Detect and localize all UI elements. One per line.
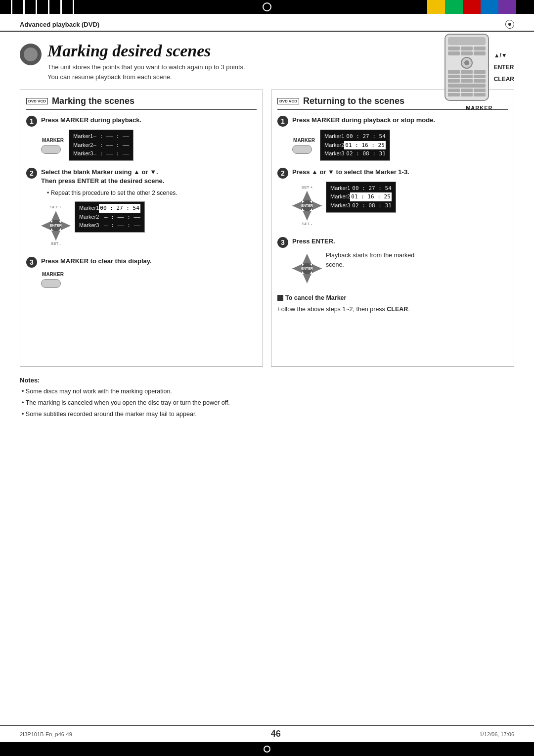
r-dpad-enter: ENTER — [292, 254, 322, 284]
footer: 2I3P101B-En_p46-49 46 1/12/06, 17:06 — [0, 725, 534, 742]
remote-illustration: ▲/▼ ENTER CLEAR MARKER — [445, 34, 514, 111]
note-item-3: • Some subtitles recorded around the mar… — [20, 410, 514, 419]
marker-display-s1: Marker1— : —— : —— Marker2— : —— : —— Ma… — [69, 130, 134, 161]
notes-section: Notes: • Some discs may not work with th… — [20, 377, 514, 419]
cancel-desc: Follow the above steps 1~2, then press C… — [277, 305, 508, 314]
cancel-title-text: To cancel the Marker — [285, 293, 346, 303]
note-item-1: • Some discs may not work with the marki… — [20, 387, 514, 396]
page-title-section: Marking desired scenes The unit stores t… — [20, 42, 514, 82]
page-icon — [20, 44, 42, 65]
returning-step3-desc: Press ENTER. — [292, 237, 508, 246]
returning-step1-desc: Press MARKER during playback or stop mod… — [292, 116, 508, 125]
step1-num: 1 — [26, 116, 37, 127]
page-subtitle: The unit stores the points that you want… — [47, 62, 245, 82]
top-bar — [0, 0, 534, 14]
returning-step3-body: Playback starts from the marked scene. — [326, 251, 415, 270]
marking-step3: 3 Press MARKER to clear this display. MA… — [26, 257, 257, 288]
step3-num: 3 — [26, 257, 37, 268]
two-col-section: DVD VCD Marking the scenes 1 Press MARKE… — [20, 90, 514, 367]
r-marker-display-s1: Marker100 : 27 : 54 Marker201 : 16 : 25 … — [320, 130, 390, 161]
main-content: Marking desired scenes The unit stores t… — [0, 32, 534, 430]
remote-body — [445, 34, 489, 101]
r-step2-num: 2 — [277, 168, 288, 179]
set-minus-label: SET - — [51, 241, 61, 247]
r-set-plus-label: SET + — [302, 185, 312, 190]
marker-label-s3: MARKER — [42, 271, 64, 278]
r-step1-num: 1 — [277, 116, 288, 127]
footer-center: 46 — [271, 729, 281, 739]
header: Advanced playback (DVD) — [0, 14, 534, 32]
r-marker-button-icon — [292, 145, 312, 154]
marker-label: MARKER — [445, 105, 514, 111]
marking-col-header: DVD VCD Marking the scenes — [26, 96, 257, 110]
marker-button-icon-s3 — [41, 279, 61, 288]
marking-col: DVD VCD Marking the scenes 1 Press MARKE… — [20, 90, 263, 367]
page-title: Marking desired scenes — [47, 42, 245, 60]
dvd-badge-left: DVD VCD — [26, 98, 48, 105]
r-marker-label-s1: MARKER — [293, 137, 315, 144]
marking-step2-bullet: • Repeat this procedure to set the other… — [47, 189, 257, 197]
marker-display-s2: Marker100 : 27 : 54 Marker2— : —— : —— M… — [75, 201, 145, 233]
marking-step2-desc: Select the blank Marker using ▲ or ▼. Th… — [41, 168, 257, 186]
set-plus-label: SET + — [50, 204, 61, 210]
bottom-bar — [0, 742, 534, 756]
marking-step1: 1 Press MARKER during playback. MARKER M… — [26, 116, 257, 161]
footer-right: 1/12/06, 17:06 — [480, 731, 514, 737]
cancel-icon — [277, 295, 283, 301]
clear-label: CLEAR — [494, 73, 514, 85]
marking-step1-desc: Press MARKER during playback. — [41, 116, 257, 125]
r-marker-display-s2: Marker100 : 27 : 54 Marker201 : 16 : 25 … — [326, 182, 396, 213]
remote-labels: ▲/▼ ENTER CLEAR — [494, 49, 514, 85]
returning-step1: 1 Press MARKER during playback or stop m… — [277, 116, 508, 161]
footer-left: 2I3P101B-En_p46-49 — [20, 731, 72, 737]
returning-step2-desc: Press ▲ or ▼ to select the Marker 1-3. — [292, 168, 508, 177]
marking-step2: 2 Select the blank Marker using ▲ or ▼. … — [26, 168, 257, 250]
cancel-section: To cancel the Marker Follow the above st… — [277, 293, 508, 314]
enter-label: ENTER — [494, 61, 514, 73]
r-set-minus-label: SET - — [302, 221, 312, 227]
r-dpad-icon: ENTER — [292, 191, 322, 221]
dvd-badge-right: DVD VCD — [277, 98, 299, 105]
marking-step3-desc: Press MARKER to clear this display. — [41, 257, 257, 266]
marking-title: Marking the scenes — [52, 96, 134, 106]
note-item-2: • The marking is canceled when you open … — [20, 398, 514, 408]
arrow-label: ▲/▼ — [494, 49, 514, 61]
r-step3-num: 3 — [277, 237, 288, 248]
returning-step3: 3 Press ENTER. ENTER — [277, 237, 508, 286]
step2-num: 2 — [26, 168, 37, 179]
returning-step2: 2 Press ▲ or ▼ to select the Marker 1-3.… — [277, 168, 508, 230]
dpad-icon: ENTER — [41, 211, 71, 240]
marker-label-s1: MARKER — [42, 137, 64, 144]
breadcrumb: Advanced playback (DVD) — [20, 21, 99, 28]
page-title-area: Marking desired scenes The unit stores t… — [47, 42, 245, 82]
notes-title: Notes: — [20, 377, 514, 384]
marker-button-icon — [41, 145, 61, 154]
returning-col: DVD VCD Returning to the scenes 1 Press … — [271, 90, 514, 367]
returning-title: Returning to the scenes — [303, 96, 404, 106]
